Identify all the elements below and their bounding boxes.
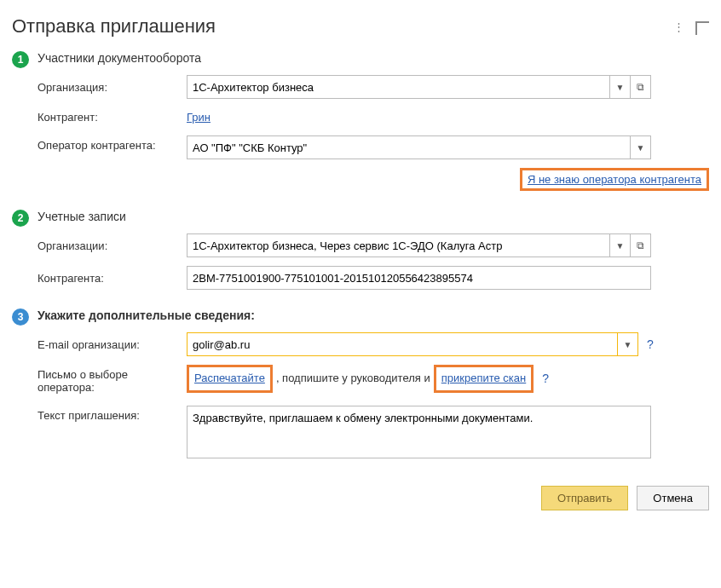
account-org-label: Организации:	[37, 236, 187, 256]
account-org-select[interactable]	[187, 233, 610, 257]
highlight-print: Распечатайте	[187, 365, 273, 393]
email-help-icon[interactable]: ?	[647, 337, 654, 351]
email-input[interactable]	[187, 332, 618, 356]
highlight-attach: прикрепите скан	[434, 365, 534, 393]
email-label: E-mail организации:	[37, 335, 187, 355]
window-icon[interactable]	[695, 21, 709, 35]
print-link[interactable]: Распечатайте	[194, 372, 265, 384]
letter-mid-text: , подпишите у руководителя и	[276, 370, 430, 388]
counterparty-label: Контрагент:	[37, 107, 187, 127]
counterparty-operator-label: Оператор контрагента:	[37, 135, 187, 155]
highlight-unknown-operator: Я не знаю оператора контрагента	[520, 168, 709, 191]
organization-label: Организация:	[37, 78, 187, 97]
step-2-badge: 2	[12, 210, 29, 227]
account-counterparty-label: Контрагента:	[37, 268, 187, 288]
step-1-badge: 1	[12, 51, 29, 68]
operator-letter-label: Письмо о выборе оператора:	[37, 365, 187, 397]
organization-select[interactable]	[187, 75, 610, 99]
attach-scan-link[interactable]: прикрепите скан	[441, 372, 527, 384]
email-dropdown-icon[interactable]: ▼	[618, 332, 638, 356]
account-org-open-icon[interactable]: ⧉	[631, 233, 651, 257]
step-2-title: Учетные записи	[37, 210, 709, 223]
unknown-operator-link[interactable]: Я не знаю оператора контрагента	[528, 173, 701, 186]
counterparty-operator-dropdown-icon[interactable]: ▼	[631, 135, 651, 159]
counterparty-link[interactable]: Грин	[187, 111, 211, 124]
invitation-text-label: Текст приглашения:	[37, 406, 187, 425]
kebab-menu-icon[interactable]: ⋮	[673, 21, 684, 32]
step-1-title: Участники документооборота	[37, 51, 709, 65]
account-org-dropdown-icon[interactable]: ▼	[610, 233, 631, 257]
invitation-text-input[interactable]	[187, 406, 651, 458]
organization-dropdown-icon[interactable]: ▼	[610, 75, 631, 99]
step-3-title: Укажите дополнительные сведения:	[37, 308, 709, 322]
page-title: Отправка приглашения	[12, 15, 216, 37]
submit-button[interactable]: Отправить	[541, 486, 628, 510]
letter-help-icon[interactable]: ?	[542, 369, 549, 388]
cancel-button[interactable]: Отмена	[637, 486, 709, 510]
step-3-badge: 3	[12, 308, 29, 326]
organization-open-icon[interactable]: ⧉	[631, 75, 651, 99]
account-counterparty-input[interactable]	[187, 266, 651, 290]
counterparty-operator-select[interactable]	[187, 135, 631, 159]
